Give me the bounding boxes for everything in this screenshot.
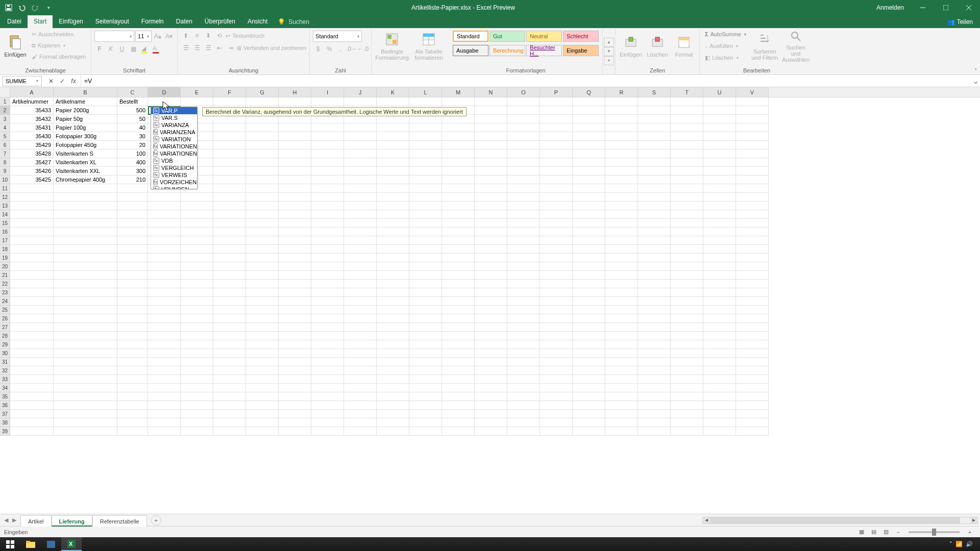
- cell[interactable]: [736, 97, 769, 106]
- cell[interactable]: [10, 323, 54, 332]
- cell[interactable]: [246, 288, 279, 297]
- view-page-break-button[interactable]: ▥: [880, 528, 892, 537]
- cell[interactable]: [703, 297, 736, 306]
- cell[interactable]: [442, 410, 475, 418]
- cell[interactable]: [377, 123, 409, 132]
- cell[interactable]: [540, 384, 573, 392]
- cell[interactable]: [736, 193, 769, 202]
- autocomplete-item[interactable]: fxVARIATION: [151, 136, 197, 143]
- format-as-table-button[interactable]: Als Tabelle formatieren: [411, 29, 446, 63]
- cell[interactable]: [279, 418, 311, 427]
- cell[interactable]: [117, 427, 148, 436]
- cell[interactable]: Fotopapier 300g: [54, 132, 117, 141]
- cell[interactable]: [540, 314, 573, 323]
- cell[interactable]: [246, 323, 279, 332]
- row-header-4[interactable]: 4: [0, 123, 10, 132]
- autocomplete-item[interactable]: fxVARIATIONEN2: [151, 150, 197, 157]
- row-header-34[interactable]: 34: [0, 384, 10, 392]
- cell[interactable]: [311, 410, 344, 418]
- cell[interactable]: [475, 375, 507, 384]
- cell[interactable]: [148, 236, 181, 245]
- cell[interactable]: [638, 149, 671, 158]
- cell[interactable]: [117, 202, 148, 210]
- cell[interactable]: [279, 332, 311, 340]
- cell[interactable]: [54, 349, 117, 358]
- cell[interactable]: [507, 280, 540, 288]
- cell[interactable]: [409, 158, 442, 167]
- cell[interactable]: [671, 332, 703, 340]
- cell[interactable]: [540, 262, 573, 271]
- cell[interactable]: [181, 392, 213, 401]
- cell[interactable]: [311, 176, 344, 184]
- cell[interactable]: [54, 410, 117, 418]
- cell[interactable]: [442, 418, 475, 427]
- cell[interactable]: [573, 340, 605, 349]
- cell[interactable]: [213, 410, 246, 418]
- cell[interactable]: [736, 418, 769, 427]
- cell[interactable]: [442, 306, 475, 314]
- format-painter-button[interactable]: 🖌Format übertragen: [30, 52, 88, 62]
- cell[interactable]: [117, 375, 148, 384]
- cell[interactable]: Visitenkarten XXL: [54, 167, 117, 176]
- cell[interactable]: [736, 106, 769, 115]
- percent-button[interactable]: %: [324, 44, 334, 54]
- cell[interactable]: 210: [117, 176, 148, 184]
- cell[interactable]: [148, 340, 181, 349]
- cell[interactable]: [311, 167, 344, 176]
- cell[interactable]: [442, 262, 475, 271]
- font-color-button[interactable]: A: [151, 44, 161, 54]
- cell[interactable]: [377, 236, 409, 245]
- col-header-I[interactable]: I: [311, 87, 344, 97]
- cell[interactable]: [736, 401, 769, 410]
- cell[interactable]: [54, 366, 117, 375]
- cell[interactable]: [671, 210, 703, 219]
- align-left-button[interactable]: ☰: [181, 43, 191, 53]
- cell[interactable]: [671, 340, 703, 349]
- col-header-L[interactable]: L: [409, 87, 442, 97]
- enter-formula-button[interactable]: ✓: [57, 77, 67, 86]
- cell[interactable]: [344, 392, 377, 401]
- cell[interactable]: [213, 349, 246, 358]
- cell[interactable]: [117, 314, 148, 323]
- row-header-22[interactable]: 22: [0, 280, 10, 288]
- align-middle-button[interactable]: ≡: [192, 31, 202, 41]
- expand-formula-bar[interactable]: ⌄: [971, 76, 980, 86]
- cell[interactable]: Artikelname: [54, 97, 117, 106]
- cell[interactable]: [10, 418, 54, 427]
- cell[interactable]: [507, 297, 540, 306]
- cell[interactable]: [540, 176, 573, 184]
- cell[interactable]: [540, 254, 573, 262]
- cell[interactable]: [573, 254, 605, 262]
- row-header-39[interactable]: 39: [0, 427, 10, 436]
- cell[interactable]: [671, 115, 703, 123]
- cell[interactable]: [377, 280, 409, 288]
- sheet-tab-referenz[interactable]: Referenztabelle: [92, 515, 147, 527]
- cell[interactable]: [475, 132, 507, 141]
- cell[interactable]: [344, 366, 377, 375]
- col-header-Q[interactable]: Q: [573, 87, 605, 97]
- maximize-button[interactable]: [934, 0, 957, 15]
- cell[interactable]: [605, 106, 638, 115]
- cell[interactable]: [507, 106, 540, 115]
- cell[interactable]: [279, 236, 311, 245]
- cell[interactable]: [475, 219, 507, 228]
- cell[interactable]: [638, 410, 671, 418]
- autocomplete-item[interactable]: fxVARIANZA: [151, 121, 197, 129]
- cell[interactable]: [148, 410, 181, 418]
- indent-increase-button[interactable]: ⇥: [226, 43, 236, 53]
- cell[interactable]: [10, 254, 54, 262]
- cell[interactable]: [181, 262, 213, 271]
- cell[interactable]: [475, 262, 507, 271]
- cell[interactable]: 40: [117, 123, 148, 132]
- cell[interactable]: [409, 340, 442, 349]
- cell[interactable]: [409, 245, 442, 254]
- cell[interactable]: [377, 193, 409, 202]
- cell[interactable]: [671, 262, 703, 271]
- cell[interactable]: [671, 288, 703, 297]
- cell[interactable]: [605, 384, 638, 392]
- cell[interactable]: [507, 158, 540, 167]
- taskbar-app[interactable]: [41, 537, 61, 551]
- cell[interactable]: [246, 280, 279, 288]
- cell[interactable]: [736, 384, 769, 392]
- cell[interactable]: [475, 193, 507, 202]
